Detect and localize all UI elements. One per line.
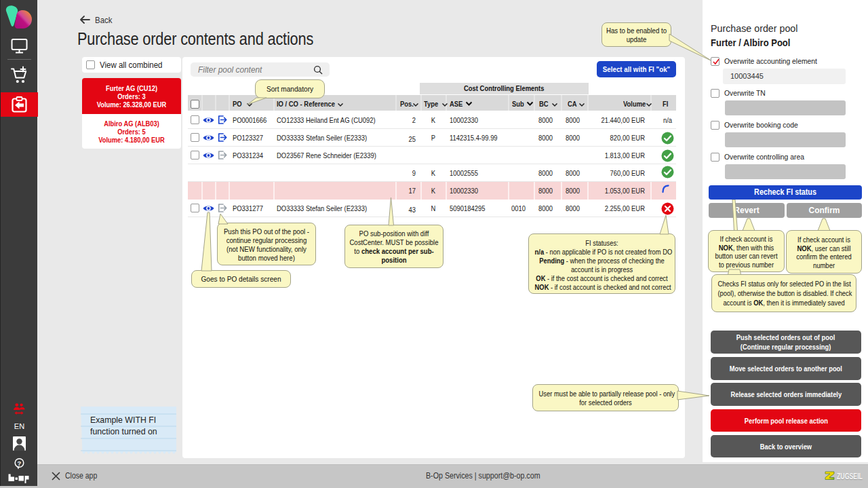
svg-text:?: ? xyxy=(18,459,22,467)
svg-text:Example WITH FI: Example WITH FI xyxy=(90,415,156,425)
svg-text:function turned on: function turned on xyxy=(90,427,157,436)
